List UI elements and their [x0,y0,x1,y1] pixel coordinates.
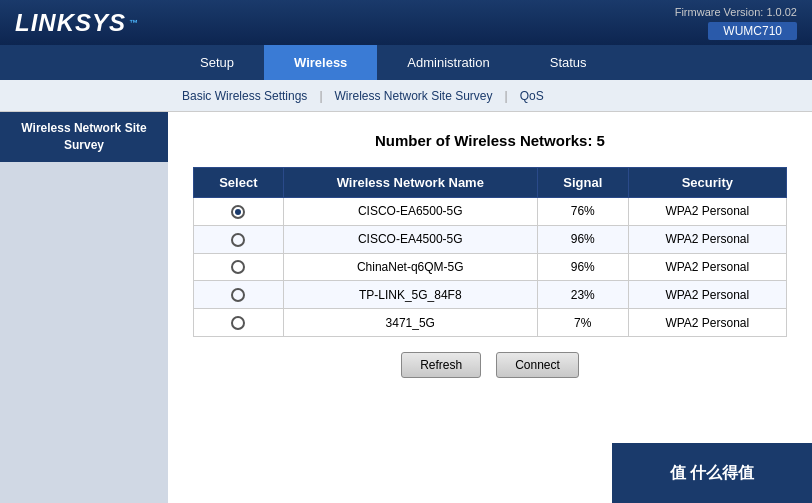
col-security: Security [628,168,786,198]
signal-cell: 76% [537,198,628,226]
tab-administration[interactable]: Administration [377,45,519,80]
radio-button[interactable] [231,288,245,302]
button-row: Refresh Connect [193,352,787,378]
firmware-info: Firmware Version: 1.0.02 [675,6,797,18]
radio-button[interactable] [231,316,245,330]
select-cell[interactable] [194,253,284,281]
firmware-label: Firmware Version: [675,6,764,18]
security-cell: WPA2 Personal [628,253,786,281]
radio-button[interactable] [231,233,245,247]
table-row: TP-LINK_5G_84F823%WPA2 Personal [194,281,787,309]
select-cell[interactable] [194,198,284,226]
main-nav: Setup Wireless Administration Status [0,45,812,80]
table-row: CISCO-EA6500-5G76%WPA2 Personal [194,198,787,226]
radio-button[interactable] [231,260,245,274]
network-name-cell: ChinaNet-q6QM-5G [283,253,537,281]
sub-nav: Basic Wireless Settings | Wireless Netwo… [0,80,812,112]
select-cell[interactable] [194,281,284,309]
watermark-text: 值 什么得值 [670,463,754,484]
connect-button[interactable]: Connect [496,352,579,378]
subnav-qos[interactable]: QoS [508,89,556,103]
col-signal: Signal [537,168,628,198]
network-table: Select Wireless Network Name Signal Secu… [193,167,787,337]
signal-cell: 23% [537,281,628,309]
network-name-cell: CISCO-EA6500-5G [283,198,537,226]
security-cell: WPA2 Personal [628,281,786,309]
col-select: Select [194,168,284,198]
sidebar-title: Wireless Network Site Survey [0,112,168,162]
select-cell[interactable] [194,309,284,337]
network-name-cell: CISCO-EA4500-5G [283,225,537,253]
table-row: ChinaNet-q6QM-5G96%WPA2 Personal [194,253,787,281]
signal-cell: 96% [537,225,628,253]
logo: LINKSYS ™ [15,9,138,37]
table-row: 3471_5G7%WPA2 Personal [194,309,787,337]
logo-text: LINKSYS [15,9,126,37]
col-name: Wireless Network Name [283,168,537,198]
device-name: WUMC710 [708,22,797,40]
sidebar: Wireless Network Site Survey [0,112,168,503]
table-row: CISCO-EA4500-5G96%WPA2 Personal [194,225,787,253]
firmware-version: 1.0.02 [766,6,797,18]
watermark: 值 什么得值 [612,443,812,503]
logo-trademark: ™ [129,18,138,28]
subnav-basic-wireless[interactable]: Basic Wireless Settings [170,89,319,103]
tab-wireless[interactable]: Wireless [264,45,377,80]
signal-cell: 96% [537,253,628,281]
tab-status[interactable]: Status [520,45,617,80]
radio-button[interactable] [231,205,245,219]
content-title: Number of Wireless Networks: 5 [193,132,787,149]
select-cell[interactable] [194,225,284,253]
security-cell: WPA2 Personal [628,198,786,226]
security-cell: WPA2 Personal [628,225,786,253]
signal-cell: 7% [537,309,628,337]
subnav-site-survey[interactable]: Wireless Network Site Survey [323,89,505,103]
header: LINKSYS ™ Firmware Version: 1.0.02 WUMC7… [0,0,812,45]
security-cell: WPA2 Personal [628,309,786,337]
refresh-button[interactable]: Refresh [401,352,481,378]
tab-setup[interactable]: Setup [170,45,264,80]
network-name-cell: 3471_5G [283,309,537,337]
network-name-cell: TP-LINK_5G_84F8 [283,281,537,309]
